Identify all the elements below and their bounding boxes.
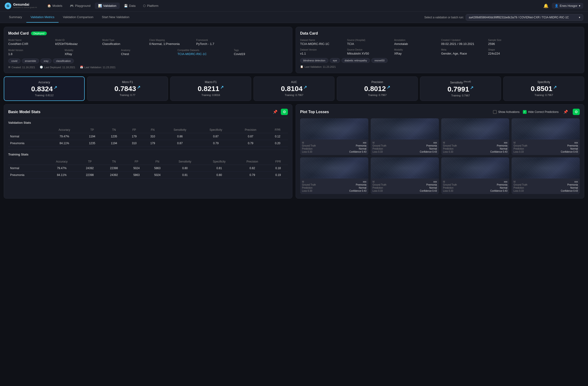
metric-macro-f1-value: 0.8211 ↗ xyxy=(198,85,224,93)
val-specificity-pneumonia: 0.79 xyxy=(198,140,234,147)
layers-icon: ⊞ xyxy=(8,66,10,69)
image-7[interactable]: Idxxx Ground TruthPnemonia PredictionNor… xyxy=(512,157,580,194)
nav-item-data[interactable]: 💾 Data xyxy=(121,2,139,9)
model-id-field: Model ID kf253rf76i4buiaz xyxy=(55,39,100,46)
playground-icon: 🎮 xyxy=(70,4,74,7)
user-menu[interactable]: 👤 Enes Hosgor ▾ xyxy=(552,3,583,9)
metric-sensitivity: Sensitivity (Recall) 0.7991 ↗ Training: … xyxy=(420,76,501,101)
train-tn-pneumonia: 24392 xyxy=(102,172,126,178)
image-info-0: Idxxx Ground TruthPnemonia PredictionNor… xyxy=(300,139,368,155)
image-3[interactable]: Idxxx Ground TruthPnemonia PredictionNor… xyxy=(512,118,580,155)
image-info-3: Idxxx Ground TruthPnemonia PredictionNor… xyxy=(512,139,580,155)
arrow-up-icon: ↗ xyxy=(137,85,140,90)
xray-image-3 xyxy=(512,118,580,139)
metric-macro-f1-title: Macro F1 xyxy=(205,81,217,84)
pin-icon-btn[interactable]: 📌 xyxy=(272,109,279,115)
th-class-train xyxy=(8,159,46,165)
th-accuracy: Accuracy xyxy=(47,127,81,133)
divider-2 xyxy=(8,150,288,150)
tag-ensemble: ensemble xyxy=(22,59,39,63)
th-tn: TN xyxy=(103,127,125,133)
tab-start-new-validation[interactable]: Start New Validation xyxy=(98,12,134,22)
tags-field: Tags Covid19 xyxy=(234,49,288,56)
bottom-row: Basic Model Stats 📌 ⚙ Validation Stats A… xyxy=(4,104,584,198)
model-version-field: Model Version 1.8 xyxy=(8,49,62,56)
model-name-field: Model Name CovidNet-CXR xyxy=(8,39,53,46)
nav-items: 🏠 Models 🎮 Playground 📊 Validation 💾 Dat… xyxy=(44,2,543,9)
image-4[interactable]: Idxxx Ground TruthPnemonia PredictionNor… xyxy=(300,157,368,194)
metric-micro-f1: Micro F1 0.7843 ↗ Training: 0.77 xyxy=(87,76,168,101)
notification-icon[interactable]: 🔔 xyxy=(543,3,548,8)
show-activations-control[interactable]: Show Activations xyxy=(493,110,520,114)
dataset-version-field: Dataset Version v1.1 xyxy=(300,48,345,55)
metric-sensitivity-value: 0.7991 ↗ xyxy=(448,85,474,93)
train-row-pneumonia: Pneumonia 84.11% 22398 24392 5863 5024 0… xyxy=(8,172,288,178)
th-specificity: Specificity xyxy=(198,127,234,133)
val-tn-normal: 1235 xyxy=(103,133,125,140)
tag-blindness: blindness detection xyxy=(300,58,328,63)
th-sensitivity-train: Sensitivity xyxy=(168,159,202,165)
images-grid-row1: Idxxx Ground TruthPnemonia PredictionNor… xyxy=(300,118,580,155)
table-header-row-train: Accuracy TP TN FP FN Sensitivity Specifi… xyxy=(8,159,288,165)
tab-validation-comparison[interactable]: Validation Comparison xyxy=(59,12,98,22)
hide-correct-checkbox[interactable]: ✓ xyxy=(523,110,527,114)
tabs: Summary Validation Metrics Validation Co… xyxy=(5,12,134,22)
nav-label-models: Models xyxy=(52,4,62,7)
metric-accuracy-value: 0.8324 ↗ xyxy=(31,85,57,93)
train-fpr-pneumonia: 0.19 xyxy=(268,172,288,178)
clock-icon: 🕐 xyxy=(40,66,43,69)
train-precision-pneumonia: 0.79 xyxy=(236,172,268,178)
nav-label-validation: Validation xyxy=(103,4,116,7)
image-5[interactable]: Idxxx Ground TruthPnemonia PredictionNor… xyxy=(371,157,439,194)
annotation-field: Annotation Annotalab xyxy=(394,39,439,46)
batch-select-dropdown[interactable]: aa4289d6586440dc99ff8231be8c3a79 / COVID… xyxy=(466,14,583,21)
image-1[interactable]: Idxxx Ground TruthPnemonia PredictionNor… xyxy=(371,118,439,155)
plot-pin-btn[interactable]: 📌 xyxy=(562,109,569,115)
xray-image-1 xyxy=(371,118,439,139)
metric-macro-f1: Macro F1 0.8211 ↗ Training: 0.8016 xyxy=(170,76,251,101)
image-6[interactable]: Idxxx Ground TruthPnemonia PredictionNor… xyxy=(441,157,509,194)
nav-item-models[interactable]: 🏠 Models xyxy=(44,2,66,9)
nav-item-playground[interactable]: 🎮 Playground xyxy=(66,2,94,9)
train-label-normal: Normal xyxy=(8,165,46,172)
image-0[interactable]: Idxxx Ground TruthPnemonia PredictionNor… xyxy=(300,118,368,155)
select-label: Select a validation or batch run: xyxy=(424,16,464,19)
xray-image-7 xyxy=(512,157,580,178)
metric-accuracy: Accuracy 0.8324 ↗ Training: 0.8112 xyxy=(4,76,85,101)
filter-icon-btn[interactable]: ⚙ xyxy=(281,109,288,115)
hide-correct-control[interactable]: ✓ Hide Correct Predictions xyxy=(523,110,559,114)
val-sensitivity-pneumonia: 0.87 xyxy=(162,140,198,147)
logo-main: Gesundai xyxy=(13,2,37,6)
model-fields-row1: Model Name CovidNet-CXR Model ID kf253rf… xyxy=(8,39,288,46)
train-sensitivity-normal: 0.80 xyxy=(168,165,202,172)
show-activations-label: Show Activations xyxy=(498,110,520,114)
image-2[interactable]: Idxxx Ground TruthPnemonia PredictionNor… xyxy=(441,118,509,155)
deployed-badge: Deployed xyxy=(31,32,46,35)
th-sensitivity: Sensitivity xyxy=(162,127,198,133)
plot-filter-btn[interactable]: ⚙ xyxy=(573,109,580,115)
nav-item-validation[interactable]: 📊 Validation xyxy=(95,2,120,9)
train-accuracy-normal: 79.47% xyxy=(46,165,78,172)
th-fpr-train: FPR xyxy=(268,159,288,165)
tab-validation-metrics[interactable]: Validation Metrics xyxy=(26,12,59,22)
logo[interactable]: G Gesundai autobahn to clinical-grade AI xyxy=(5,2,37,9)
train-specificity-pneumonia: 0.80 xyxy=(202,172,236,178)
val-row-normal: Normal 79.47% 1194 1235 179 310 0.86 0.8… xyxy=(8,133,288,140)
image-info-6: Idxxx Ground TruthPnemonia PredictionNor… xyxy=(441,178,509,194)
th-precision-train: Precision xyxy=(236,159,268,165)
th-fn-train: FN xyxy=(147,159,168,165)
tab-summary[interactable]: Summary xyxy=(5,12,26,22)
metric-micro-f1-title: Micro F1 xyxy=(122,81,133,84)
th-tp-train: TP xyxy=(78,159,102,165)
train-fp-normal: 5024 xyxy=(126,165,147,172)
model-card: Model Card Deployed Model Name CovidNet-… xyxy=(4,27,292,73)
train-tp-normal: 24392 xyxy=(78,165,102,172)
data-meta-line: 📋 Last Validation: 11.23.2021 xyxy=(300,65,580,68)
model-type-field: Model Type Classification xyxy=(102,39,147,46)
table-header-row: Accuracy TP TN FP FN Sensitivity Specifi… xyxy=(8,127,288,133)
created-updated-field: Created / Updated 09.02.2021 / 09.10.202… xyxy=(441,39,486,46)
stats-card-title: Basic Model Stats xyxy=(8,110,41,114)
anatomy-field: Anatomy Chest xyxy=(121,49,175,56)
nav-item-platform[interactable]: ⬡ Platform xyxy=(140,2,162,9)
show-activations-checkbox[interactable] xyxy=(493,110,497,114)
